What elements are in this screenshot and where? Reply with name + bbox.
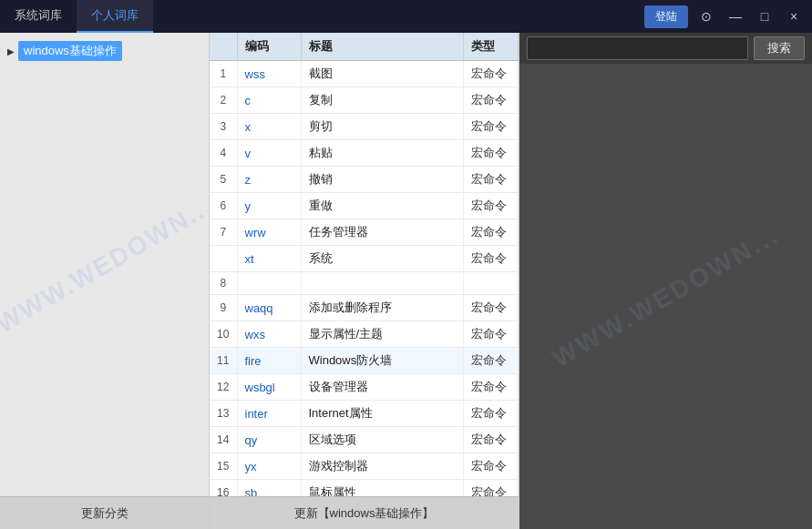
table-row[interactable]: xt系统宏命令: [210, 246, 519, 272]
table-row[interactable]: 6y重做宏命令: [210, 193, 519, 219]
table-row[interactable]: 8: [210, 272, 519, 295]
table-row[interactable]: 15yx游戏控制器宏命令: [210, 453, 519, 480]
update-table-button[interactable]: 更新【windows基础操作】: [210, 496, 519, 529]
cell-type: 宏命令: [464, 246, 519, 272]
cell-num: 2: [210, 87, 237, 114]
cell-num: 4: [210, 140, 237, 167]
cell-code: xt: [237, 246, 301, 272]
title-bar: 系统词库 个人词库 登陆 ⊙ — □ ×: [0, 0, 812, 33]
cell-type: [464, 272, 519, 295]
main-content: WWW.WEDOWN... ▶ windows基础操作 更新分类 编码 标题 类…: [0, 33, 812, 529]
cell-type: 宏命令: [464, 480, 519, 497]
table-area: 编码 标题 类型 1wss截图宏命令2c复制宏命令3x剪切宏命令4v粘贴宏命令5…: [210, 33, 519, 529]
cell-type: 宏命令: [464, 87, 519, 114]
cell-code: [237, 272, 301, 295]
cell-num: 10: [210, 321, 237, 348]
login-button[interactable]: 登陆: [644, 5, 688, 28]
cell-title: 添加或删除程序: [301, 295, 464, 321]
table-row[interactable]: 13interInternet属性宏命令: [210, 401, 519, 427]
table-row[interactable]: 16sb鼠标属性宏命令: [210, 480, 519, 497]
cell-title: 任务管理器: [301, 219, 464, 246]
table-row[interactable]: 11fireWindows防火墙宏命令: [210, 348, 519, 374]
table-header-row: 编码 标题 类型: [210, 33, 519, 61]
sidebar: WWW.WEDOWN... ▶ windows基础操作 更新分类: [0, 33, 210, 529]
cell-num: 1: [210, 61, 237, 87]
col-num: [210, 33, 237, 61]
update-category-button[interactable]: 更新分类: [0, 496, 209, 529]
cell-title: 区域选项: [301, 427, 464, 453]
cell-num: 15: [210, 453, 237, 480]
cell-num: 13: [210, 401, 237, 427]
cell-type: 宏命令: [464, 61, 519, 87]
cell-type: 宏命令: [464, 453, 519, 480]
sidebar-item-windows-basic[interactable]: ▶ windows基础操作: [0, 36, 209, 66]
col-type: 类型: [464, 33, 519, 61]
cell-num: 16: [210, 480, 237, 497]
preview-watermark: WWW.WEDOWN...: [548, 219, 785, 373]
col-title: 标题: [301, 33, 464, 61]
settings-icon[interactable]: ⊙: [695, 5, 717, 27]
cell-code: wrw: [237, 219, 301, 246]
cell-type: 宏命令: [464, 114, 519, 140]
cell-code: v: [237, 140, 301, 167]
cell-type: 宏命令: [464, 401, 519, 427]
cell-type: 宏命令: [464, 140, 519, 167]
maximize-button[interactable]: □: [754, 5, 776, 27]
cell-type: 宏命令: [464, 374, 519, 401]
close-button[interactable]: ×: [783, 5, 805, 27]
cell-code: qy: [237, 427, 301, 453]
cell-title: 撤销: [301, 167, 464, 193]
cell-title: 复制: [301, 87, 464, 114]
sidebar-watermark: WWW.WEDOWN...: [0, 190, 209, 338]
preview-area: 搜索 WWW.WEDOWN...: [519, 33, 812, 529]
cell-code: wsbgl: [237, 374, 301, 401]
cell-code: c: [237, 87, 301, 114]
minimize-button[interactable]: —: [725, 5, 746, 27]
cell-title: 截图: [301, 61, 464, 87]
table-row[interactable]: 7wrw任务管理器宏命令: [210, 219, 519, 246]
cell-title: 鼠标属性: [301, 480, 464, 497]
cell-num: 11: [210, 348, 237, 374]
cell-title: Internet属性: [301, 401, 464, 427]
cell-title: 显示属性/主题: [301, 321, 464, 348]
sidebar-list: WWW.WEDOWN... ▶ windows基础操作: [0, 33, 209, 496]
cell-title: 设备管理器: [301, 374, 464, 401]
cell-type: 宏命令: [464, 427, 519, 453]
cell-title: 系统: [301, 246, 464, 272]
commands-table: 编码 标题 类型 1wss截图宏命令2c复制宏命令3x剪切宏命令4v粘贴宏命令5…: [210, 33, 519, 496]
table-row[interactable]: 4v粘贴宏命令: [210, 140, 519, 167]
cell-code: sb: [237, 480, 301, 497]
table-row[interactable]: 9waqq添加或删除程序宏命令: [210, 295, 519, 321]
cell-num: 7: [210, 219, 237, 246]
cell-title: Windows防火墙: [301, 348, 464, 374]
search-input[interactable]: [527, 36, 748, 60]
cell-code: z: [237, 167, 301, 193]
search-button[interactable]: 搜索: [754, 36, 805, 60]
expand-arrow-icon: ▶: [7, 46, 15, 56]
cell-code: waqq: [237, 295, 301, 321]
tab-system-dict[interactable]: 系统词库: [0, 0, 77, 33]
table-row[interactable]: 1wss截图宏命令: [210, 61, 519, 87]
cell-title: 粘贴: [301, 140, 464, 167]
table-row[interactable]: 10wxs显示属性/主题宏命令: [210, 321, 519, 348]
sidebar-item-label: windows基础操作: [18, 41, 122, 61]
cell-num: 14: [210, 427, 237, 453]
table-row[interactable]: 12wsbgl设备管理器宏命令: [210, 374, 519, 401]
table-row[interactable]: 3x剪切宏命令: [210, 114, 519, 140]
tab-bar: 系统词库 个人词库: [0, 0, 153, 33]
cell-num: 8: [210, 272, 237, 295]
cell-type: 宏命令: [464, 321, 519, 348]
tab-personal-dict[interactable]: 个人词库: [77, 0, 153, 33]
cell-num: 5: [210, 167, 237, 193]
cell-type: 宏命令: [464, 219, 519, 246]
col-code: 编码: [237, 33, 301, 61]
search-bar: 搜索: [519, 33, 812, 64]
table-scroll[interactable]: 编码 标题 类型 1wss截图宏命令2c复制宏命令3x剪切宏命令4v粘贴宏命令5…: [210, 33, 519, 496]
table-row[interactable]: 2c复制宏命令: [210, 87, 519, 114]
cell-code: yx: [237, 453, 301, 480]
cell-num: 6: [210, 193, 237, 219]
cell-code: x: [237, 114, 301, 140]
cell-num: 3: [210, 114, 237, 140]
table-row[interactable]: 5z撤销宏命令: [210, 167, 519, 193]
table-row[interactable]: 14qy区域选项宏命令: [210, 427, 519, 453]
